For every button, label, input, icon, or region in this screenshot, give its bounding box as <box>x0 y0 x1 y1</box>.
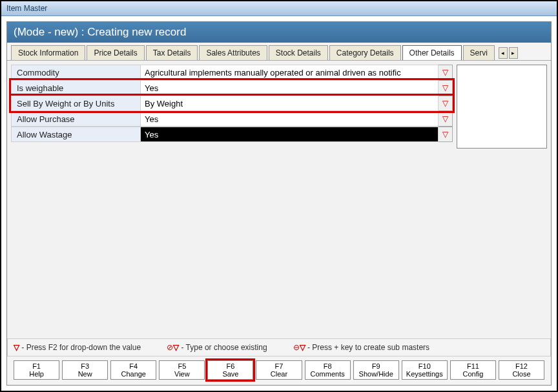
triangle-down-icon: ▽ <box>300 343 305 352</box>
tab-price-details[interactable]: Price Details <box>87 45 144 60</box>
legend-type: ⊘▽ - Type or choose existing <box>167 343 267 352</box>
row-allow-purchase: Allow Purchase Yes ▽ <box>11 111 453 127</box>
tab-scroll: ◂ ▸ <box>499 47 518 59</box>
fkey-label: View <box>160 370 204 378</box>
label-is-weighable: Is weighable <box>11 80 140 96</box>
label-commodity: Commodity <box>11 65 140 80</box>
fkey-code: F6 <box>208 362 253 370</box>
legend-submaster: ⊖▽ - Press + key to create sub masters <box>293 343 429 352</box>
tab-sales-attributes[interactable]: Sales Attributes <box>199 45 267 60</box>
tab-other-details[interactable]: Other Details <box>402 45 462 60</box>
ring-icon: ⊖ <box>293 343 300 352</box>
row-is-weighable: Is weighable Yes ▽ <box>11 80 453 96</box>
clear-button[interactable]: F7 Clear <box>256 360 302 380</box>
tab-strip: Stock Information Price Details Tax Deta… <box>7 43 551 60</box>
fkey-code: F7 <box>256 362 301 370</box>
tab-services-truncated[interactable]: Servi <box>463 45 495 60</box>
value-commodity[interactable]: Agricultural implements manually operate… <box>140 65 439 80</box>
fkey-label: Change <box>111 370 156 378</box>
legend-bar: ▽ - Press F2 for drop-down the value ⊘▽ … <box>7 338 551 356</box>
value-allow-purchase[interactable]: Yes <box>140 111 439 127</box>
legend-dropdown: ▽ - Press F2 for drop-down the value <box>14 343 141 352</box>
label-sell-by: Sell By Weight or By Units <box>11 96 140 111</box>
tab-scroll-left[interactable]: ◂ <box>499 47 508 59</box>
keysettings-button[interactable]: F10 Keysettings <box>402 360 448 380</box>
close-button[interactable]: F12 Close <box>499 360 544 380</box>
row-sell-by: Sell By Weight or By Units By Weight ▽ <box>11 96 453 111</box>
label-allow-wastage: Allow Wastage <box>11 127 140 142</box>
tab-scroll-right[interactable]: ▸ <box>509 47 518 59</box>
comments-button[interactable]: F8 Comments <box>305 360 351 380</box>
label-allow-purchase: Allow Purchase <box>11 111 140 127</box>
fkey-code: F10 <box>402 362 447 370</box>
fkey-label: New <box>63 370 107 378</box>
row-commodity: Commodity Agricultural implements manual… <box>11 65 453 80</box>
fkey-code: F8 <box>305 362 350 370</box>
dropdown-allow-wastage-icon[interactable]: ▽ <box>439 127 453 142</box>
triangle-down-icon: ▽ <box>173 343 179 352</box>
fkey-label: Close <box>499 370 544 378</box>
view-button[interactable]: F5 View <box>159 360 205 380</box>
fkey-code: F3 <box>63 362 107 370</box>
window-frame: Item Master (Mode - new) : Creating new … <box>0 0 558 392</box>
save-button[interactable]: F6 Save <box>207 360 253 380</box>
fkey-code: F9 <box>354 362 398 370</box>
dropdown-is-weighable-icon[interactable]: ▽ <box>439 80 453 96</box>
help-button[interactable]: F1 Help <box>14 360 59 380</box>
dropdown-sell-by-icon[interactable]: ▽ <box>439 96 453 111</box>
fkey-code: F12 <box>499 362 544 370</box>
legend-type-text: - Type or choose existing <box>181 343 267 352</box>
mode-bar: (Mode - new) : Creating new record <box>7 22 551 43</box>
fkey-code: F4 <box>111 362 156 370</box>
triangle-down-icon: ▽ <box>14 343 19 352</box>
side-preview-panel <box>457 65 547 149</box>
dropdown-commodity-icon[interactable]: ▽ <box>439 65 453 80</box>
tab-stock-information[interactable]: Stock Information <box>11 45 85 60</box>
show-hide-button[interactable]: F9 Show/Hide <box>353 360 399 380</box>
circle-strike-icon: ⊘ <box>167 343 173 352</box>
function-key-bar: F1 Help F3 New F4 Change F5 View F6 Save… <box>7 356 551 385</box>
title-bar: Item Master <box>1 1 557 16</box>
window-title: Item Master <box>6 4 47 13</box>
new-button[interactable]: F3 New <box>62 360 108 380</box>
fkey-label: Show/Hide <box>354 370 398 378</box>
fkey-label: Keysettings <box>402 370 447 378</box>
value-sell-by[interactable]: By Weight <box>140 96 439 111</box>
config-button[interactable]: F11 Config <box>450 360 496 380</box>
fkey-code: F5 <box>160 362 204 370</box>
change-button[interactable]: F4 Change <box>110 360 156 380</box>
inner-frame: (Mode - new) : Creating new record Stock… <box>6 21 552 386</box>
value-is-weighable[interactable]: Yes <box>140 80 439 96</box>
fkey-label: Clear <box>256 370 301 378</box>
fkey-label: Help <box>14 370 59 378</box>
field-grid: Commodity Agricultural implements manual… <box>11 65 453 335</box>
tab-stock-details[interactable]: Stock Details <box>269 45 328 60</box>
fkey-label: Comments <box>305 370 350 378</box>
legend-dropdown-text: - Press F2 for drop-down the value <box>21 343 141 352</box>
tab-category-details[interactable]: Category Details <box>329 45 401 60</box>
tab-tax-details[interactable]: Tax Details <box>146 45 198 60</box>
legend-submaster-text: - Press + key to create sub masters <box>307 343 429 352</box>
fkey-code: F1 <box>14 362 59 370</box>
dropdown-allow-purchase-icon[interactable]: ▽ <box>439 111 453 127</box>
fkey-code: F11 <box>451 362 495 370</box>
fkey-label: Config <box>451 370 495 378</box>
content-area: Commodity Agricultural implements manual… <box>7 60 551 338</box>
value-allow-wastage[interactable]: Yes <box>140 127 439 142</box>
fkey-label: Save <box>208 370 253 378</box>
row-allow-wastage: Allow Wastage Yes ▽ <box>11 127 453 142</box>
